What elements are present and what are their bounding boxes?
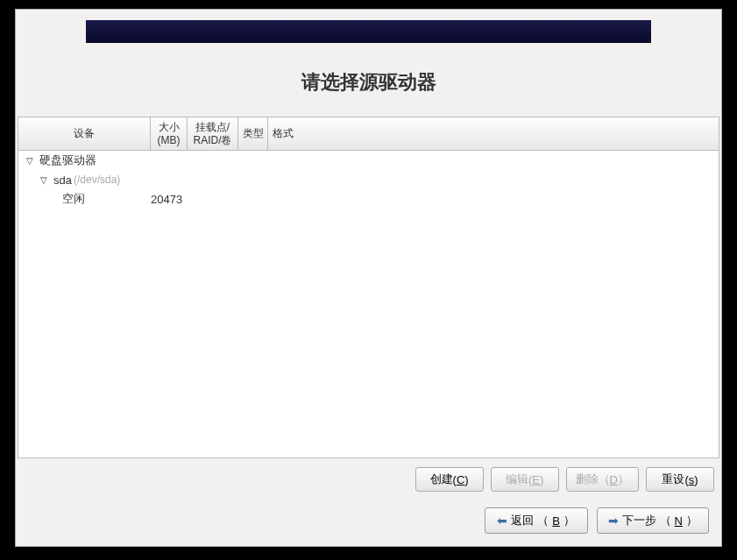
arrow-right-icon: ➡	[608, 514, 619, 528]
col-device[interactable]: 设备	[18, 117, 151, 150]
edit-button: 编辑(E)	[491, 467, 559, 492]
next-button[interactable]: ➡ 下一步（N）	[597, 507, 709, 534]
installer-window: 请选择源驱动器 设备 大小 (MB) 挂载点/ RAID/卷 类型 格式 ▽ 硬…	[15, 9, 722, 547]
col-type[interactable]: 类型	[238, 117, 268, 150]
delete-button: 删除（D）	[566, 467, 639, 492]
disk-name: sda	[53, 174, 72, 187]
back-button[interactable]: ⬅ 返回（B）	[485, 507, 588, 534]
title-area: 请选择源驱动器	[16, 43, 721, 117]
disk-path: (/dev/sda)	[74, 174, 120, 186]
header-banner	[86, 20, 651, 43]
col-mount-label: 挂载点/ RAID/卷	[193, 121, 231, 146]
arrow-left-icon: ⬅	[497, 514, 507, 528]
col-mount[interactable]: 挂载点/ RAID/卷	[188, 117, 238, 150]
nav-bar: ⬅ 返回（B） ➡ 下一步（N）	[16, 497, 721, 546]
page-title: 请选择源驱动器	[16, 69, 721, 96]
tree-row-disk[interactable]: ▽ sda (/dev/sda)	[18, 170, 719, 189]
expand-toggle-icon[interactable]: ▽	[24, 156, 36, 166]
root-label: 硬盘驱动器	[39, 152, 96, 168]
table-body[interactable]: ▽ 硬盘驱动器 ▽ sda (/dev/sda) 空闲 20473	[18, 151, 719, 457]
free-size: 20473	[151, 193, 188, 206]
reset-button[interactable]: 重设(s)	[646, 467, 714, 492]
col-format[interactable]: 格式	[268, 117, 298, 150]
col-size-label: 大小 (MB)	[158, 121, 181, 146]
table-header: 设备 大小 (MB) 挂载点/ RAID/卷 类型 格式	[18, 117, 719, 151]
free-label: 空闲	[62, 191, 85, 207]
action-bar: 创建(C) 编辑(E) 删除（D） 重设(s)	[16, 458, 721, 497]
expand-toggle-icon[interactable]: ▽	[38, 175, 50, 185]
partition-table: 设备 大小 (MB) 挂载点/ RAID/卷 类型 格式 ▽ 硬盘驱动器 ▽ s…	[18, 117, 719, 458]
tree-row-free[interactable]: 空闲 20473	[18, 189, 719, 209]
tree-row-root[interactable]: ▽ 硬盘驱动器	[18, 151, 719, 170]
col-size[interactable]: 大小 (MB)	[151, 117, 188, 150]
create-button[interactable]: 创建(C)	[415, 467, 484, 492]
